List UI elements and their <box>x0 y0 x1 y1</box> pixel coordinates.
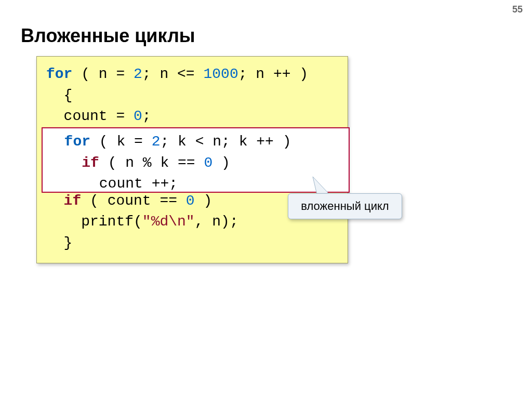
page-number: 55 <box>512 4 523 15</box>
code-text: } <box>46 235 72 251</box>
callout-text: вложенный цикл <box>301 200 389 213</box>
code-text: ( n % k == <box>99 155 204 171</box>
keyword-for: for <box>46 66 72 82</box>
number-literal: 0 <box>134 108 142 124</box>
code-text: ( k = <box>90 134 152 150</box>
number-literal: 2 <box>134 66 142 82</box>
code-text: printf( <box>46 214 142 230</box>
number-literal: 1000 <box>203 66 238 82</box>
code-text: count = <box>46 108 134 124</box>
number-literal: 2 <box>152 134 161 150</box>
code-text: , n); <box>195 214 238 230</box>
code-text: ( count == <box>81 193 186 209</box>
code-text <box>47 155 82 171</box>
keyword-if: if <box>64 193 82 209</box>
inner-loop-code: for ( k = 2; k < n; k ++ ) if ( n % k ==… <box>47 131 349 195</box>
code-text: ) <box>195 193 212 209</box>
code-text: ; n ++ ) <box>238 66 308 82</box>
code-text: ) <box>212 155 230 171</box>
code-text: ( n = <box>72 66 134 82</box>
code-text <box>46 193 64 209</box>
string-literal: "%d\n" <box>142 214 195 230</box>
keyword-if: if <box>82 155 99 171</box>
code-text: count ++; <box>47 176 178 192</box>
callout-label: вложенный цикл <box>288 193 402 219</box>
svg-marker-0 <box>313 177 329 194</box>
code-text: ; n <= <box>142 66 204 82</box>
code-text: ; <box>142 108 151 124</box>
slide-title: Вложенные циклы <box>21 25 195 47</box>
code-text: ; k < n; k ++ ) <box>160 134 291 150</box>
number-literal: 0 <box>186 193 195 209</box>
code-text: { <box>46 87 72 103</box>
inner-loop-highlight: for ( k = 2; k < n; k ++ ) if ( n % k ==… <box>42 127 350 193</box>
keyword-for: for <box>64 134 90 150</box>
number-literal: 0 <box>204 155 212 171</box>
